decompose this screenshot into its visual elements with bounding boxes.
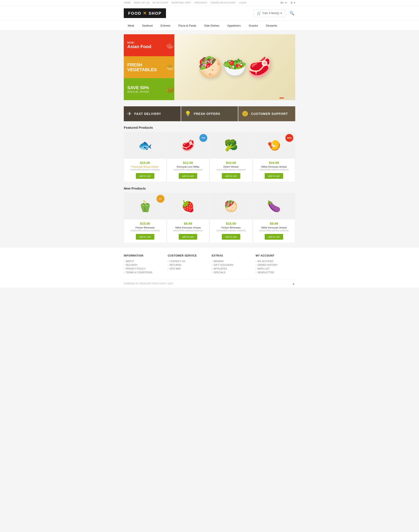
logo[interactable]: FOOD ✕ SHOP (124, 8, 166, 18)
nav-item-seafood[interactable]: Seafood (138, 21, 157, 30)
footer-link-my-account[interactable]: MY ACCOUNT (256, 260, 295, 262)
cart-label: Cart: 0 item(s) (262, 12, 279, 15)
footer-information-heading: INFORMATION (124, 254, 163, 257)
hero-dots (279, 98, 295, 99)
product-badge: NEW (285, 134, 293, 142)
dot-1[interactable] (279, 98, 284, 99)
hero-food-image: 🥙🥗🥩 (174, 34, 295, 100)
nav-item-meat[interactable]: Meat (124, 21, 138, 30)
footer-extras: EXTRAS BRANDS GIFT VOUCHERS AFFILIATES S… (212, 254, 251, 275)
footer: INFORMATION ABOUT DELIVERY PRIVACY POLIC… (0, 247, 419, 288)
footer-link-newsletter[interactable]: NEWSLETTER (256, 271, 295, 274)
new-products-heading: New Products (124, 186, 295, 190)
top-bar: HOME WISH LIST (0) MY ACCOUNT SHOPPING C… (0, 0, 419, 6)
footer-my-account: MY ACCOUNT MY ACCOUNT ORDER HISTORY WISH… (256, 254, 295, 275)
footer-link-about[interactable]: ABOUT (124, 260, 163, 262)
footer-link-contact[interactable]: CONTACT US (168, 260, 207, 262)
product-name: Nitfas Kerouyas Jertyas (253, 226, 295, 229)
nav-item-snacks[interactable]: Snacks (245, 21, 262, 30)
nav-item-entrees[interactable]: Entrees (157, 21, 174, 30)
language-currency: En ▾ $ ▾ (280, 1, 295, 4)
footer-link-order-history[interactable]: ORDER HISTORY (256, 264, 295, 266)
product-card: 🐟$15.00Feryouyas Muays Doloreceolunuhifa… (124, 132, 166, 182)
nav-item-desserts[interactable]: Desserts (262, 21, 281, 30)
top-navigation: HOME WISH LIST (0) MY ACCOUNT SHOPPING C… (124, 1, 247, 4)
nav-myaccount[interactable]: MY ACCOUNT (153, 1, 168, 4)
footer-columns: INFORMATION ABOUT DELIVERY PRIVACY POLIC… (124, 254, 295, 279)
product-price: $10.00 (210, 161, 252, 164)
footer-link-privacy[interactable]: PRIVACY POLICY (124, 267, 163, 270)
nav-wishlist[interactable]: WISH LIST (0) (134, 1, 149, 4)
product-card: 🥩TOP$12.00Kerouyas Lero Nitfasceolunuhif… (167, 132, 210, 182)
language-selector[interactable]: En (280, 1, 283, 4)
product-name: Feryouyas Muays Dolore (124, 165, 166, 168)
product-description: ceolunuhifa sasrasa certyeras (167, 229, 209, 232)
product-name: Fertyer Birtreasas (124, 226, 166, 229)
product-description: ceolunuhifa sasrasa certyeras (167, 169, 209, 171)
nav-item-side-dishes[interactable]: Side Dishes (200, 21, 223, 30)
footer-link-brands[interactable]: BRANDS (212, 260, 251, 262)
product-description: ceolunuhifa sasrasa certyeras (210, 229, 252, 232)
product-description: ceolunuhifa sasrasa certyeras (253, 229, 295, 232)
footer-link-returns[interactable]: RETURNS (168, 264, 207, 266)
product-price: $9.99 (167, 222, 209, 225)
product-image: 🐟 (124, 132, 166, 159)
product-image: 🍆 (253, 193, 295, 219)
feature-fast-delivery[interactable]: ✈ FAST DELIVERY (124, 106, 181, 121)
feature-label-support: CUSTOMER SUPPORT (251, 112, 288, 115)
add-to-cart-button[interactable]: add to cart (222, 173, 240, 179)
product-price: $15.50 (210, 222, 252, 225)
hero-food-emoji: 🥙🥗🥩 (198, 56, 272, 79)
product-card: 🍓$9.99Nitfas Kerouyas Jertyasceolunuhifa… (167, 193, 210, 243)
nav-home[interactable]: HOME (124, 1, 131, 4)
add-to-cart-button[interactable]: add to cart (265, 173, 283, 179)
nav-cart[interactable]: SHOPPING CART (171, 1, 191, 4)
dot-3[interactable] (291, 98, 295, 99)
nav-login[interactable]: LOGIN (239, 1, 247, 4)
feature-fresh-offers[interactable]: 💡 FRESH OFFERS (181, 106, 238, 121)
footer-link-specials[interactable]: SPECIALS (212, 271, 251, 274)
footer-link-wish-list[interactable]: WISH LIST (256, 267, 295, 270)
footer-customer-service: CUSTOMER SERVICE CONTACT US RETURNS SITE… (168, 254, 207, 275)
featured-products-heading: Featured Products (124, 126, 295, 129)
product-name: Delert Vetrase (210, 165, 252, 168)
nav-item-pizza--pasta[interactable]: Pizza & Pasta (174, 21, 200, 30)
add-to-cart-button[interactable]: add to cart (179, 234, 197, 240)
feature-customer-support[interactable]: 🙂 CUSTOMER SUPPORT (238, 106, 295, 121)
product-price: $15.50 (124, 222, 166, 225)
footer-bottom: POWERED BY OPENCART FOOD SHOP © 2014 ▲ (124, 282, 295, 285)
product-price: $12.00 (167, 161, 209, 164)
search-button[interactable]: 🔍 (289, 10, 295, 16)
add-to-cart-button[interactable]: add to cart (136, 173, 154, 179)
product-name: Kerouyas Lero Nitfas (167, 165, 209, 168)
add-to-cart-button[interactable]: add to cart (265, 234, 283, 240)
dot-2[interactable] (285, 98, 289, 99)
header: FOOD ✕ SHOP 🛒 Cart: 0 item(s) ▾ 🔍 (0, 6, 419, 21)
add-to-cart-button[interactable]: add to cart (222, 234, 240, 240)
back-to-top-button[interactable]: ▲ (292, 282, 295, 285)
product-description: ceolunuhifa sasrasa certyeras (124, 229, 166, 232)
nav-checkout[interactable]: CHECKOUT (194, 1, 207, 4)
nav-create-account[interactable]: CREATE AN ACCOUNT (210, 1, 236, 4)
add-to-cart-button[interactable]: add to cart (136, 234, 154, 240)
footer-link-terms[interactable]: TERMS & CONDITIONS (124, 271, 163, 274)
footer-link-affiliates[interactable]: AFFILIATES (212, 267, 251, 270)
currency-selector[interactable]: $ (291, 1, 292, 4)
product-name: Nitfas Kerouyas Jertyas (167, 226, 209, 229)
add-to-cart-button[interactable]: add to cart (179, 173, 197, 179)
footer-link-delivery[interactable]: DELIVERY (124, 264, 163, 266)
bulb-icon: 💡 (185, 111, 191, 117)
cart-button[interactable]: 🛒 Cart: 0 item(s) ▾ (253, 10, 285, 17)
product-badge: 4+ (157, 195, 164, 203)
feature-label-delivery: FAST DELIVERY (134, 112, 161, 115)
footer-information: INFORMATION ABOUT DELIVERY PRIVACY POLIC… (124, 254, 163, 275)
hero-panel-offer[interactable]: SAVE 50% SPECIAL OFFER 🍅 (124, 78, 174, 100)
footer-link-gift[interactable]: GIFT VOUCHERS (212, 264, 251, 266)
footer-link-sitemap[interactable]: SITE MAP (168, 267, 207, 270)
hero-panel-asian-food[interactable]: NEW! Asian Food 🍜 (124, 34, 174, 56)
product-price: $15.00 (124, 161, 166, 164)
nav-item-appetizers[interactable]: Appetizers (223, 21, 244, 30)
hero-panel-vegetables[interactable]: FRESHVEGETABLES 🥗 (124, 56, 174, 78)
logo-text: FOOD ✕ SHOP (128, 11, 162, 16)
hero-food-visual: 🥙🥗🥩 (174, 34, 295, 100)
